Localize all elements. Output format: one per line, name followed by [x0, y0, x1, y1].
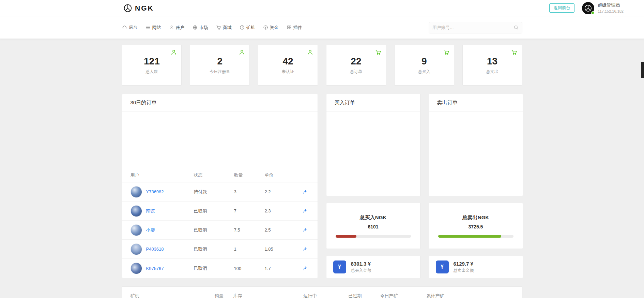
user-link[interactable]: 南弦 — [146, 208, 155, 214]
buy-orders-chart-area — [326, 112, 420, 196]
buy-total-title: 总买入NGK — [360, 214, 386, 221]
orders-table: 用户 状态 数量 单价 Y736982 待付款 3 2.2 南弦 已取消 7 — [122, 168, 318, 278]
content-container: 121 总人数 2 今日注册量 42 未认证 22 总订单 9 总买入 13 总… — [122, 39, 522, 298]
stat-card-total-orders: 22 总订单 — [326, 45, 386, 86]
admin-name: 超级管理员 — [598, 2, 624, 8]
order-price: 1.7 — [265, 266, 292, 271]
ngk-logo-icon — [123, 4, 132, 13]
nav-item-funds[interactable]: 资金 — [263, 25, 279, 31]
stat-label: 总买入 — [418, 69, 430, 75]
share-arrow-icon — [303, 227, 308, 233]
stat-card-total-sells: 13 总卖出 — [462, 45, 522, 86]
yen-icon: ¥ — [436, 260, 449, 273]
col-header-qty: 数量 — [234, 172, 265, 178]
user-link[interactable]: Y736982 — [146, 189, 164, 194]
gauge-icon — [240, 25, 245, 30]
stat-value: 22 — [351, 56, 361, 67]
yuan-coin-icon — [263, 25, 268, 30]
order-detail-button[interactable] — [301, 207, 309, 215]
buy-amount-value: 8301.3 ¥ — [351, 261, 371, 267]
nav-item-market[interactable]: 市场 — [193, 25, 208, 31]
nav-label: 资金 — [270, 25, 279, 31]
cart-icon — [375, 49, 381, 55]
col-header-expired: 已过期 — [349, 293, 380, 298]
share-arrow-icon — [303, 208, 308, 214]
order-detail-button[interactable] — [301, 245, 309, 253]
stat-card-today-registered: 2 今日注册量 — [190, 45, 250, 86]
table-row: 南弦 已取消 7 2.3 — [122, 202, 318, 221]
col-header-sales: 销量 — [215, 293, 233, 298]
miners-card: 矿机 销量 库存 运行中 已过期 今日产矿 累计产矿 — [122, 286, 522, 298]
search-icon[interactable] — [513, 25, 519, 30]
order-qty: 1 — [234, 247, 265, 252]
stat-value: 121 — [144, 56, 160, 67]
order-price: 2.3 — [265, 208, 292, 213]
stat-value: 2 — [217, 56, 223, 67]
stat-card-total-users: 121 总人数 — [122, 45, 182, 86]
scrollbar-thumb[interactable] — [641, 62, 644, 78]
order-status: 待付款 — [194, 189, 234, 195]
buy-amount-info: 8301.3 ¥ 总买入金额 — [351, 261, 371, 273]
user-link[interactable]: K975767 — [146, 266, 164, 271]
order-qty: 3 — [234, 189, 265, 194]
col-header-status: 状态 — [194, 172, 234, 178]
nav-item-website[interactable]: 网站 — [145, 25, 161, 31]
buy-progress-bar — [336, 235, 411, 238]
stat-card-total-buys: 9 总买入 — [394, 45, 454, 86]
user-icon — [239, 49, 245, 55]
stat-label: 总人数 — [145, 69, 158, 75]
stat-value: 42 — [282, 56, 293, 67]
top-header: NGK 返回前台 超级管理员 117.152.16.182 — [0, 0, 644, 16]
cart-icon — [216, 25, 221, 30]
avatar — [131, 224, 142, 236]
sell-orders-title: 卖出订单 — [429, 94, 523, 112]
home-icon — [122, 25, 127, 30]
user-link[interactable]: P403618 — [146, 247, 164, 252]
nav-label: 后台 — [129, 25, 138, 31]
main-nav: 后台 网站 账户 市场 商城 矿机 — [0, 16, 644, 39]
order-detail-button[interactable] — [301, 188, 309, 196]
stat-label: 总卖出 — [486, 69, 499, 75]
nav-label: 市场 — [199, 25, 208, 31]
stat-label: 未认证 — [282, 69, 294, 75]
stat-value: 9 — [421, 56, 427, 67]
col-header-stock: 库存 — [233, 293, 304, 298]
user-search-box — [429, 22, 522, 33]
back-to-front-button[interactable]: 返回前台 — [549, 3, 574, 13]
nav-item-accounts[interactable]: 账户 — [169, 25, 185, 31]
buy-amount-card: ¥ 8301.3 ¥ 总买入金额 — [326, 256, 420, 278]
order-detail-button[interactable] — [301, 264, 309, 272]
nav-item-mall[interactable]: 商城 — [216, 25, 232, 31]
nav-item-miners[interactable]: 矿机 — [240, 25, 255, 31]
nav-label: 插件 — [293, 25, 302, 31]
buy-amount-label: 总买入金额 — [351, 268, 371, 273]
user-icon — [307, 49, 313, 55]
orders-30d-title: 30日的订单 — [122, 94, 318, 112]
user-search-input[interactable] — [432, 25, 513, 30]
order-status: 已取消 — [194, 265, 234, 271]
order-detail-button[interactable] — [301, 226, 309, 234]
logo: NGK — [123, 4, 154, 13]
nav-label: 商城 — [223, 25, 232, 31]
order-price: 2.2 — [265, 189, 292, 194]
cart-icon — [511, 49, 517, 55]
stats-row: 121 总人数 2 今日注册量 42 未认证 22 总订单 9 总买入 13 总… — [122, 45, 522, 86]
sell-progress-fill — [438, 235, 502, 238]
sell-orders-chart-area — [429, 112, 523, 196]
avatar — [131, 243, 142, 255]
orders-30d-card: 30日的订单 用户 状态 数量 单价 Y736982 待付款 3 2.2 — [122, 94, 318, 278]
nav-item-plugins[interactable]: 插件 — [287, 25, 302, 31]
order-price: 1.85 — [265, 247, 292, 252]
share-arrow-icon — [303, 189, 308, 195]
sell-total-title: 总卖出NGK — [462, 214, 489, 221]
col-header-today-yield: 今日产矿 — [380, 293, 427, 298]
col-header-miner: 矿机 — [131, 293, 215, 298]
col-header-running: 运行中 — [304, 293, 349, 298]
admin-avatar[interactable] — [582, 2, 594, 14]
miners-table-header: 矿机 销量 库存 运行中 已过期 今日产矿 累计产矿 — [122, 293, 522, 298]
orders-table-header: 用户 状态 数量 单价 — [122, 168, 318, 182]
nav-item-dashboard[interactable]: 后台 — [122, 25, 138, 31]
sell-amount-label: 总卖出金额 — [454, 268, 474, 273]
user-link[interactable]: 小廖 — [146, 227, 155, 233]
globe-icon — [193, 25, 198, 30]
